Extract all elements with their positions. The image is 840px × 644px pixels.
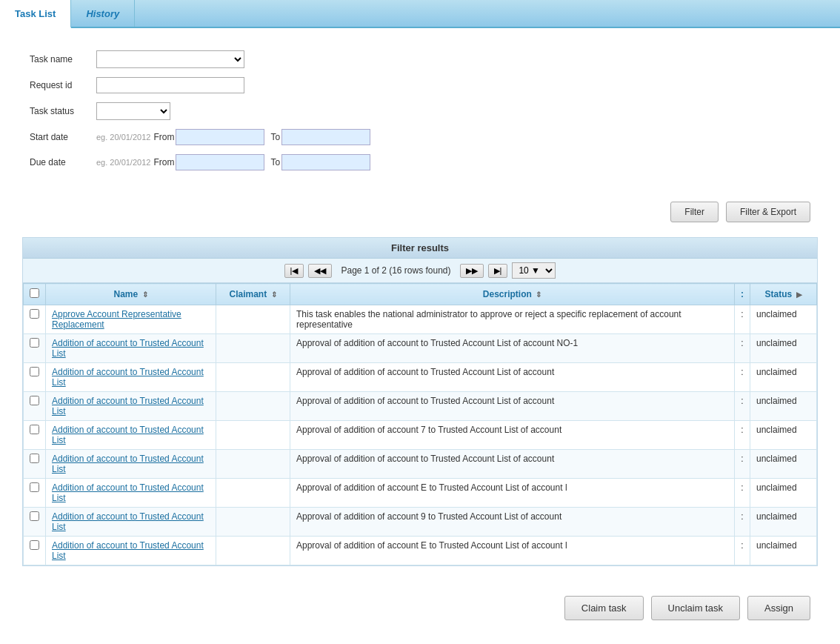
task-status-select[interactable] bbox=[96, 102, 170, 120]
tab-task-list[interactable]: Task List bbox=[0, 0, 71, 28]
last-page-button[interactable]: ▶| bbox=[488, 264, 508, 278]
row-checkbox[interactable] bbox=[30, 511, 39, 521]
due-date-from-label: From bbox=[153, 157, 174, 167]
task-name-link[interactable]: Approve Account Representative Replaceme… bbox=[52, 309, 181, 330]
status-cell: unclaimed bbox=[750, 508, 817, 537]
results-table-section: Filter results |◀ ◀◀ Page 1 of 2 (16 row… bbox=[22, 237, 818, 566]
results-table: Name ⇕ Claimant ⇕ Description ⇕ : Status… bbox=[23, 283, 817, 565]
table-row: Approve Account Representative Replaceme… bbox=[24, 305, 817, 334]
claimant-cell bbox=[216, 508, 290, 537]
description-column-label: Description bbox=[483, 289, 532, 299]
table-row: Addition of account to Trusted Account L… bbox=[24, 508, 817, 537]
per-page-select[interactable]: 10 ▼ 25 50 bbox=[512, 262, 556, 279]
dots-cell[interactable]: : bbox=[735, 479, 750, 508]
first-page-button[interactable]: |◀ bbox=[284, 264, 304, 278]
filter-export-button[interactable]: Filter & Export bbox=[726, 202, 810, 222]
table-row: Addition of account to Trusted Account L… bbox=[24, 421, 817, 450]
select-all-checkbox[interactable] bbox=[30, 288, 39, 298]
status-cell: unclaimed bbox=[750, 421, 817, 450]
start-date-from-input[interactable] bbox=[176, 129, 264, 145]
due-date-label: Due date bbox=[30, 157, 96, 167]
dots-cell[interactable]: : bbox=[735, 392, 750, 421]
row-checkbox[interactable] bbox=[30, 309, 39, 319]
dots-cell[interactable]: : bbox=[735, 537, 750, 565]
status-cell: unclaimed bbox=[750, 334, 817, 363]
table-row: Addition of account to Trusted Account L… bbox=[24, 334, 817, 363]
status-cell: unclaimed bbox=[750, 537, 817, 565]
task-name-link[interactable]: Addition of account to Trusted Account L… bbox=[52, 540, 204, 561]
description-cell: Approval of addition of account to Trust… bbox=[290, 334, 735, 363]
status-sort-icon: ▶ bbox=[796, 291, 802, 299]
dots-cell[interactable]: : bbox=[735, 421, 750, 450]
task-name-link[interactable]: Addition of account to Trusted Account L… bbox=[52, 396, 204, 416]
start-date-hint: eg. 20/01/2012 bbox=[96, 133, 150, 142]
task-name-link[interactable]: Addition of account to Trusted Account L… bbox=[52, 425, 204, 445]
table-row: Addition of account to Trusted Account L… bbox=[24, 392, 817, 421]
request-id-input[interactable] bbox=[96, 77, 244, 93]
claimant-cell bbox=[216, 450, 290, 479]
due-date-to-input[interactable] bbox=[281, 154, 370, 170]
status-cell: unclaimed bbox=[750, 363, 817, 392]
description-sort-icon: ⇕ bbox=[536, 291, 541, 299]
claimant-cell bbox=[216, 305, 290, 334]
status-column-header[interactable]: Status ▶ bbox=[750, 284, 817, 305]
bottom-button-row: Claim task Unclaim task Assign bbox=[0, 581, 840, 628]
dots-cell[interactable]: : bbox=[735, 450, 750, 479]
claim-task-button[interactable]: Claim task bbox=[564, 596, 644, 620]
description-cell: Approval of addition of account to Trust… bbox=[290, 392, 735, 421]
description-cell: Approval of addition of account E to Tru… bbox=[290, 537, 735, 565]
status-cell: unclaimed bbox=[750, 450, 817, 479]
filter-button[interactable]: Filter bbox=[670, 202, 719, 222]
row-checkbox[interactable] bbox=[30, 454, 39, 463]
dots-column-header: : bbox=[735, 284, 750, 305]
due-date-to-label: To bbox=[270, 157, 280, 167]
task-name-link[interactable]: Addition of account to Trusted Account L… bbox=[52, 338, 204, 359]
status-cell: unclaimed bbox=[750, 392, 817, 421]
select-all-header[interactable] bbox=[24, 284, 46, 305]
task-name-select[interactable] bbox=[96, 50, 244, 68]
row-checkbox[interactable] bbox=[30, 396, 39, 405]
dots-cell[interactable]: : bbox=[735, 508, 750, 537]
row-checkbox[interactable] bbox=[30, 367, 39, 376]
status-column-label: Status bbox=[764, 289, 792, 299]
start-date-to-input[interactable] bbox=[281, 129, 370, 145]
tab-history[interactable]: History bbox=[71, 0, 135, 27]
start-date-from-label: From bbox=[153, 132, 174, 142]
request-id-row: Request id bbox=[30, 77, 810, 93]
description-column-header[interactable]: Description ⇕ bbox=[290, 284, 735, 305]
task-name-row: Task name bbox=[30, 50, 810, 68]
claimant-cell bbox=[216, 421, 290, 450]
row-checkbox[interactable] bbox=[30, 338, 39, 348]
row-checkbox[interactable] bbox=[30, 425, 39, 434]
table-row: Addition of account to Trusted Account L… bbox=[24, 537, 817, 565]
next-page-button[interactable]: ▶▶ bbox=[460, 264, 484, 278]
status-cell: unclaimed bbox=[750, 479, 817, 508]
claimant-column-header[interactable]: Claimant ⇕ bbox=[216, 284, 290, 305]
start-date-row: Start date eg. 20/01/2012 From To bbox=[30, 129, 810, 145]
row-checkbox[interactable] bbox=[30, 482, 39, 492]
prev-page-button[interactable]: ◀◀ bbox=[308, 264, 332, 278]
dots-cell[interactable]: : bbox=[735, 334, 750, 363]
table-row: Addition of account to Trusted Account L… bbox=[24, 363, 817, 392]
request-id-label: Request id bbox=[30, 80, 96, 90]
task-status-row: Task status bbox=[30, 102, 810, 120]
description-cell: This task enables the national administr… bbox=[290, 305, 735, 334]
description-cell: Approval of addition of account 7 to Tru… bbox=[290, 421, 735, 450]
due-date-hint: eg. 20/01/2012 bbox=[96, 158, 150, 167]
dots-cell[interactable]: : bbox=[735, 305, 750, 334]
task-name-link[interactable]: Addition of account to Trusted Account L… bbox=[52, 454, 204, 474]
assign-button[interactable]: Assign bbox=[747, 596, 810, 620]
task-name-link[interactable]: Addition of account to Trusted Account L… bbox=[52, 367, 204, 388]
status-cell: unclaimed bbox=[750, 305, 817, 334]
tab-history-label: History bbox=[86, 8, 119, 19]
task-name-link[interactable]: Addition of account to Trusted Account L… bbox=[52, 482, 204, 503]
tab-task-list-label: Task List bbox=[15, 8, 56, 19]
unclaim-task-button[interactable]: Unclaim task bbox=[651, 596, 740, 620]
row-checkbox[interactable] bbox=[30, 540, 39, 550]
claimant-cell bbox=[216, 537, 290, 565]
dots-cell[interactable]: : bbox=[735, 363, 750, 392]
task-name-label: Task name bbox=[30, 54, 96, 64]
task-name-link[interactable]: Addition of account to Trusted Account L… bbox=[52, 511, 204, 532]
due-date-from-input[interactable] bbox=[176, 154, 264, 170]
name-column-header[interactable]: Name ⇕ bbox=[46, 284, 216, 305]
